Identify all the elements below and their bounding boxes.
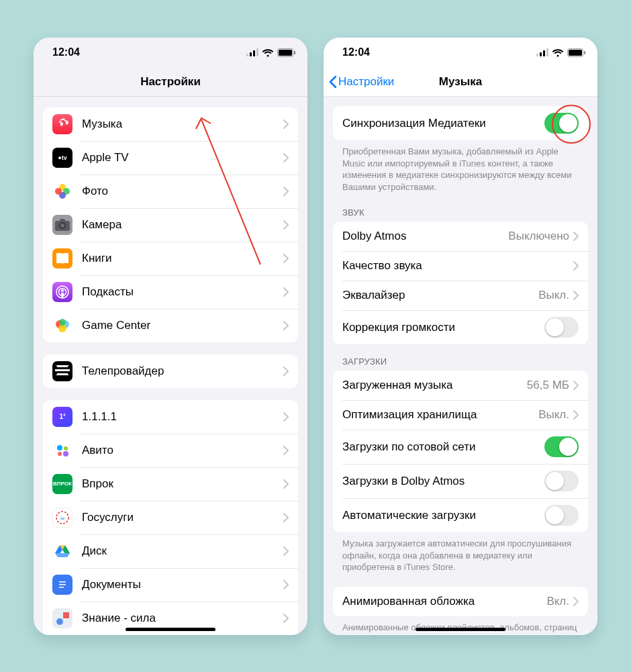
nav-title: Настройки [140, 75, 201, 89]
settings-row-gamecenter[interactable]: Game Center [43, 309, 298, 342]
row-label: Знание - сила [82, 612, 283, 625]
chevron-right-icon [283, 187, 289, 196]
row-value: Выкл. [538, 289, 569, 302]
settings-row-app-documents[interactable]: Документы [43, 568, 298, 602]
books-icon [52, 248, 72, 269]
settings-screen-right: 12:04 Настройки Музыка Синхронизация Мед… [324, 38, 597, 635]
svg-rect-34 [59, 581, 66, 583]
svg-rect-5 [279, 50, 292, 56]
status-indicators [246, 48, 295, 57]
downloads-footer: Музыка загружается автоматически для про… [324, 532, 597, 576]
gos-icon: гос [52, 508, 72, 528]
row-eq[interactable]: ЭквалайзерВыкл. [333, 281, 588, 310]
settings-row-app-1111[interactable]: 141.1.1.1 [43, 400, 298, 434]
cellular-icon [536, 48, 548, 56]
row-label: Синхронизация Медиатеки [342, 117, 544, 130]
back-button[interactable]: Настройки [329, 75, 394, 89]
row-dolby-downloads[interactable]: Загрузки в Dolby Atmos [333, 464, 588, 498]
gc-icon [52, 316, 72, 336]
status-time: 12:04 [342, 46, 370, 58]
camera-icon [52, 215, 72, 235]
svg-text:гос: гос [60, 516, 65, 520]
settings-row-app-avito[interactable]: Авито [43, 434, 298, 467]
row-value: Выкл. [538, 408, 569, 422]
svg-rect-52 [546, 48, 548, 56]
chevron-right-icon [283, 412, 289, 422]
row-storage-optimization[interactable]: Оптимизация хранилищаВыкл. [333, 400, 588, 430]
chevron-right-icon [573, 261, 579, 271]
svg-rect-54 [569, 50, 582, 56]
settings-screen-left: 12:04 Настройки Музыка●tvApple TVФотоКам… [34, 38, 307, 635]
row-audio-quality[interactable]: Качество звука [333, 251, 588, 281]
row-dolby-atmos[interactable]: Dolby AtmosВыключено [333, 222, 588, 251]
row-downloaded-music[interactable]: Загруженная музыка56,5 МБ [333, 371, 588, 400]
chevron-right-icon [573, 597, 579, 606]
row-cellular-downloads[interactable]: Загрузки по сотовой сети [333, 430, 588, 464]
toggle-cellular-downloads[interactable] [544, 436, 579, 457]
vprok-icon: ВПРОК [52, 474, 72, 494]
music-settings-content[interactable]: Синхронизация Медиатеки Приобретенная Ва… [324, 97, 597, 635]
svg-marker-32 [55, 553, 70, 557]
svg-rect-51 [543, 50, 545, 56]
svg-rect-2 [253, 50, 255, 56]
settings-row-podcasts[interactable]: Подкасты [43, 275, 298, 309]
settings-row-photos[interactable]: Фото [43, 175, 298, 208]
nav-bar: Настройки Музыка [324, 67, 597, 97]
svg-point-38 [56, 618, 63, 625]
row-label: Загруженная музыка [342, 379, 527, 392]
nav-title: Музыка [439, 75, 482, 89]
row-auto-downloads[interactable]: Автоматические загрузки [333, 498, 588, 532]
row-label: Госуслуги [82, 511, 283, 524]
row-label: Музыка [82, 117, 283, 131]
toggle-auto-downloads[interactable] [544, 505, 579, 526]
row-label: Загрузки в Dolby Atmos [342, 475, 544, 488]
status-bar: 12:04 [324, 38, 597, 67]
settings-content[interactable]: Музыка●tvApple TVФотоКамераКнигиПодкасты… [34, 97, 307, 635]
1111-icon: 14 [52, 407, 72, 427]
row-label: Автоматические загрузки [342, 509, 544, 522]
toggle-volume-correction[interactable] [544, 317, 579, 338]
svg-point-25 [63, 451, 68, 457]
row-label: Качество звука [342, 259, 573, 273]
svg-point-17 [61, 289, 64, 292]
chevron-right-icon [283, 614, 289, 623]
chevron-right-icon [283, 479, 289, 489]
tp-icon [52, 361, 72, 381]
chevron-right-icon [573, 232, 579, 241]
photos-icon [52, 181, 72, 201]
settings-row-app-disk[interactable]: Диск [43, 534, 298, 568]
toggle-sync-library[interactable] [544, 113, 579, 134]
settings-row-app-vprok[interactable]: ВПРОКВпрок [43, 467, 298, 501]
animated-cover-group: Анимированная обложка Вкл. [333, 587, 588, 616]
toggle-dolby-downloads[interactable] [544, 471, 579, 491]
row-animated-cover[interactable]: Анимированная обложка Вкл. [333, 587, 588, 616]
settings-row-apple-tv[interactable]: ●tvApple TV [43, 141, 298, 175]
chevron-right-icon [573, 381, 579, 390]
svg-rect-6 [294, 51, 295, 54]
chevron-right-icon [283, 153, 289, 162]
row-volume-correction[interactable]: Коррекция громкости [333, 310, 588, 344]
battery-icon [567, 48, 585, 57]
settings-row-camera[interactable]: Камера [43, 208, 298, 242]
home-indicator [416, 628, 505, 631]
settings-row-books[interactable]: Книги [43, 242, 298, 275]
avito-icon [52, 440, 72, 461]
row-label: Эквалайзер [342, 289, 538, 302]
battery-icon [277, 48, 295, 57]
row-label: Диск [82, 544, 283, 558]
svg-rect-50 [540, 52, 542, 56]
svg-point-22 [57, 445, 62, 450]
chevron-right-icon [283, 287, 289, 297]
svg-point-21 [59, 319, 66, 326]
sync-footer: Приобретенная Вами музыка, добавляемый и… [324, 140, 597, 195]
row-sync-library[interactable]: Синхронизация Медиатеки [333, 106, 588, 140]
section-header-downloads: ЗАГРУЗКИ [324, 344, 597, 371]
settings-row-tv-provider[interactable]: Телепровайдер [43, 354, 298, 388]
settings-row-music[interactable]: Музыка [43, 107, 298, 141]
settings-row-app-gosuslugi[interactable]: госГосуслуги [43, 501, 298, 534]
svg-rect-12 [60, 219, 65, 222]
chevron-right-icon [283, 119, 289, 129]
status-indicators [536, 48, 585, 57]
svg-rect-0 [246, 54, 248, 56]
svg-rect-3 [256, 48, 258, 56]
